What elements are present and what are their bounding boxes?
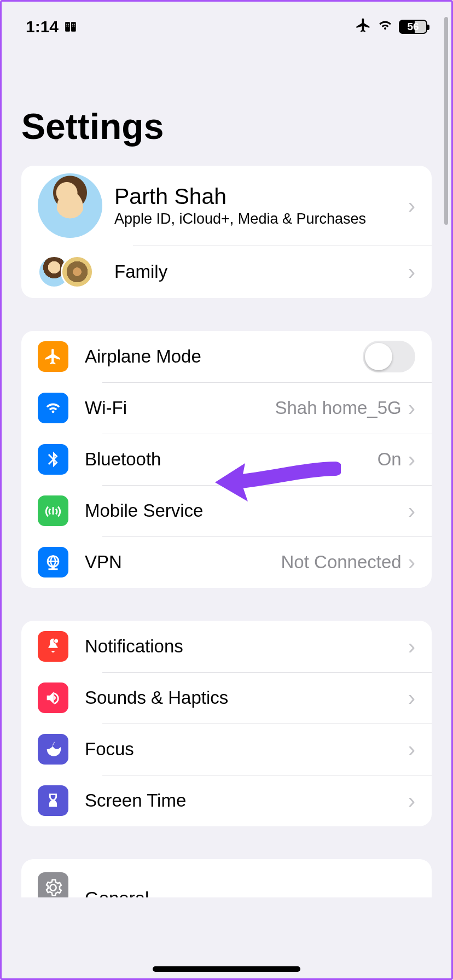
- focus-label: Focus: [85, 739, 408, 760]
- svg-rect-6: [72, 24, 73, 25]
- airplane-status-icon: [355, 17, 371, 37]
- bluetooth-icon: [38, 444, 68, 475]
- wifi-icon: [38, 393, 68, 423]
- chevron-right-icon: ›: [408, 396, 415, 421]
- battery-status-icon: 56: [399, 20, 427, 34]
- status-right: 56: [355, 17, 427, 37]
- svg-rect-5: [68, 26, 69, 27]
- wifi-row[interactable]: Wi-Fi Shah home_5G ›: [21, 382, 432, 434]
- svg-rect-7: [74, 24, 75, 25]
- notifications-row[interactable]: Notifications ›: [21, 621, 432, 672]
- airplane-label: Airplane Mode: [85, 346, 363, 367]
- vpn-row[interactable]: VPN Not Connected ›: [21, 536, 432, 588]
- chevron-right-icon: ›: [408, 194, 415, 218]
- sounds-icon: [38, 682, 68, 713]
- chevron-right-icon: ›: [408, 550, 415, 575]
- mobile-service-row[interactable]: Mobile Service ›: [21, 485, 432, 536]
- system-group: General: [21, 859, 432, 897]
- screen-time-icon: [38, 785, 68, 816]
- scroll-indicator[interactable]: [444, 17, 448, 225]
- wifi-label: Wi-Fi: [85, 398, 275, 418]
- chevron-right-icon: ›: [408, 499, 415, 523]
- profile-group: Parth Shah Apple ID, iCloud+, Media & Pu…: [21, 166, 432, 298]
- svg-point-13: [54, 639, 59, 644]
- chevron-right-icon: ›: [408, 634, 415, 659]
- chevron-right-icon: ›: [408, 447, 415, 472]
- family-avatar-2: [61, 255, 94, 288]
- svg-rect-0: [65, 22, 70, 31]
- svg-rect-12: [49, 568, 58, 570]
- home-indicator[interactable]: [153, 966, 300, 972]
- wifi-status-icon: [377, 17, 393, 37]
- general-row[interactable]: General: [21, 859, 432, 897]
- bluetooth-label: Bluetooth: [85, 449, 378, 470]
- profile-subtitle: Apple ID, iCloud+, Media & Purchases: [114, 211, 408, 228]
- profile-text: Parth Shah Apple ID, iCloud+, Media & Pu…: [114, 184, 408, 228]
- vpn-icon: [38, 547, 68, 578]
- svg-rect-8: [72, 26, 73, 27]
- focus-row[interactable]: Focus ›: [21, 724, 432, 775]
- chevron-right-icon: ›: [408, 789, 415, 813]
- family-avatars: [38, 255, 102, 288]
- general-icon: [38, 872, 68, 897]
- chevron-right-icon: ›: [408, 686, 415, 710]
- personalization-group: Notifications › Sounds & Haptics › Focus…: [21, 621, 432, 826]
- status-left: 1:14: [26, 18, 78, 36]
- cellular-icon: [38, 495, 68, 526]
- svg-rect-9: [74, 26, 75, 27]
- screen-time-row[interactable]: Screen Time ›: [21, 775, 432, 826]
- airplane-icon: [38, 341, 68, 372]
- general-label: General: [85, 889, 415, 897]
- vpn-value: Not Connected: [281, 552, 402, 573]
- user-avatar: [38, 173, 102, 238]
- apple-id-row[interactable]: Parth Shah Apple ID, iCloud+, Media & Pu…: [21, 166, 432, 246]
- sounds-row[interactable]: Sounds & Haptics ›: [21, 672, 432, 724]
- profile-name: Parth Shah: [114, 184, 408, 209]
- wifi-value: Shah home_5G: [275, 398, 402, 418]
- airplane-toggle[interactable]: [363, 341, 415, 372]
- battery-level: 56: [407, 21, 419, 33]
- screen-time-label: Screen Time: [85, 790, 408, 811]
- page-title: Settings: [2, 40, 451, 166]
- chevron-right-icon: ›: [408, 737, 415, 762]
- mobile-label: Mobile Service: [85, 500, 408, 521]
- svg-rect-2: [66, 24, 67, 25]
- svg-rect-3: [68, 24, 69, 25]
- chevron-right-icon: ›: [408, 260, 415, 284]
- notifications-label: Notifications: [85, 636, 408, 657]
- bluetooth-row[interactable]: Bluetooth On ›: [21, 434, 432, 485]
- airplane-mode-row[interactable]: Airplane Mode: [21, 331, 432, 382]
- connectivity-group: Airplane Mode Wi-Fi Shah home_5G › Bluet…: [21, 331, 432, 588]
- status-bar: 1:14 56: [2, 2, 451, 40]
- bluetooth-value: On: [378, 449, 402, 470]
- status-time: 1:14: [26, 18, 59, 36]
- vpn-label: VPN: [85, 552, 281, 573]
- svg-rect-4: [66, 26, 67, 27]
- family-label: Family: [114, 261, 408, 282]
- notifications-icon: [38, 631, 68, 662]
- keyboard-icon: [64, 20, 78, 34]
- focus-icon: [38, 734, 68, 765]
- sounds-label: Sounds & Haptics: [85, 687, 408, 708]
- family-row[interactable]: Family ›: [21, 246, 432, 298]
- svg-rect-1: [71, 22, 76, 31]
